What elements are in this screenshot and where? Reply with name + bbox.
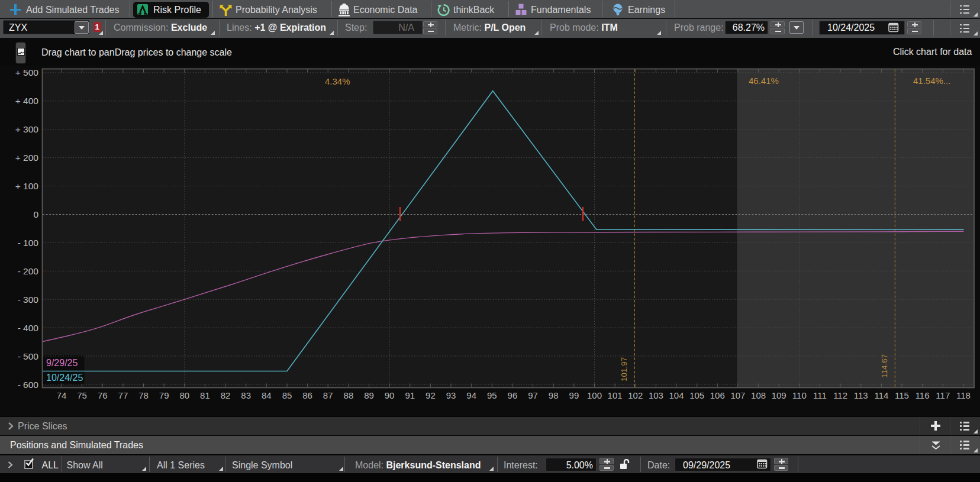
svg-text:76: 76: [98, 390, 108, 400]
svg-text:41.54%...: 41.54%...: [913, 76, 950, 86]
svg-text:112: 112: [833, 390, 847, 400]
svg-text:102: 102: [628, 390, 643, 400]
svg-text:85: 85: [282, 390, 292, 400]
svg-text:86: 86: [302, 390, 312, 400]
svg-text:- 600: - 600: [18, 380, 39, 390]
svg-text:113: 113: [854, 390, 868, 400]
svg-text:+ 300: + 300: [15, 124, 39, 134]
svg-text:116: 116: [915, 390, 930, 400]
svg-text:118: 118: [956, 390, 971, 400]
svg-text:90: 90: [385, 390, 395, 400]
svg-text:110: 110: [792, 390, 807, 400]
svg-text:93: 93: [446, 390, 456, 400]
svg-text:115: 115: [895, 390, 909, 400]
svg-text:95: 95: [487, 390, 497, 400]
svg-text:114.67: 114.67: [880, 354, 889, 378]
svg-text:84: 84: [262, 390, 272, 400]
svg-text:87: 87: [323, 390, 333, 400]
svg-text:89: 89: [364, 390, 374, 400]
svg-text:91: 91: [405, 390, 415, 400]
svg-text:111: 111: [813, 390, 827, 400]
svg-text:+ 400: + 400: [15, 96, 39, 106]
svg-text:0: 0: [33, 209, 38, 219]
svg-text:101.97: 101.97: [620, 357, 628, 381]
svg-text:+ 500: + 500: [15, 67, 39, 77]
svg-text:4.34%: 4.34%: [325, 76, 350, 86]
svg-text:9/29/25: 9/29/25: [46, 358, 78, 368]
svg-text:99: 99: [569, 390, 579, 400]
svg-text:+ 100: + 100: [15, 181, 39, 191]
svg-text:- 100: - 100: [18, 238, 39, 248]
svg-text:101: 101: [608, 390, 623, 400]
svg-text:75: 75: [77, 390, 87, 400]
svg-text:- 400: - 400: [18, 323, 39, 333]
svg-text:- 300: - 300: [18, 295, 39, 305]
svg-text:100: 100: [587, 390, 602, 400]
svg-text:114: 114: [874, 390, 888, 400]
svg-text:92: 92: [425, 390, 436, 400]
svg-text:106: 106: [710, 390, 725, 400]
svg-text:77: 77: [118, 390, 128, 400]
svg-text:74: 74: [57, 390, 67, 400]
svg-text:81: 81: [200, 390, 210, 400]
svg-text:- 200: - 200: [18, 266, 39, 276]
svg-text:98: 98: [549, 390, 559, 400]
svg-text:79: 79: [159, 390, 169, 400]
svg-text:78: 78: [138, 390, 149, 400]
svg-text:107: 107: [730, 390, 745, 400]
svg-text:83: 83: [241, 390, 251, 400]
svg-text:94: 94: [466, 390, 476, 400]
svg-text:108: 108: [751, 390, 766, 400]
svg-text:109: 109: [772, 390, 786, 400]
svg-text:- 500: - 500: [18, 351, 39, 361]
svg-text:97: 97: [528, 390, 538, 400]
svg-text:10/24/25: 10/24/25: [46, 373, 83, 383]
svg-text:46.41%: 46.41%: [749, 76, 779, 86]
svg-text:117: 117: [936, 390, 950, 400]
svg-text:80: 80: [179, 390, 189, 400]
svg-text:+ 200: + 200: [15, 153, 39, 163]
svg-text:104: 104: [669, 390, 684, 400]
svg-text:88: 88: [344, 390, 354, 400]
svg-text:82: 82: [221, 390, 231, 400]
svg-text:96: 96: [508, 390, 518, 400]
svg-text:103: 103: [649, 390, 663, 400]
svg-text:105: 105: [689, 390, 704, 400]
